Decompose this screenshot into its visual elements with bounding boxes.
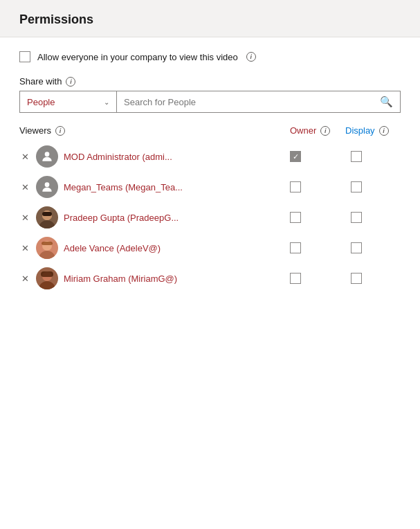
display-checkbox-cell <box>345 181 401 192</box>
search-box: 🔍 <box>117 91 400 112</box>
owner-checkbox[interactable] <box>290 273 301 284</box>
chevron-down-icon: ⌄ <box>104 98 109 106</box>
svg-rect-5 <box>42 212 52 216</box>
search-icon: 🔍 <box>380 96 393 108</box>
svg-point-1 <box>45 182 50 187</box>
display-column-header: Display i <box>345 125 401 136</box>
owner-checkbox-cell <box>284 273 340 284</box>
remove-button[interactable]: ✕ <box>19 273 30 284</box>
share-controls: People ⌄ 🔍 <box>19 91 401 113</box>
display-checkbox[interactable] <box>351 212 362 223</box>
allow-everyone-checkbox[interactable] <box>19 51 30 62</box>
table-row: ✕ Pradeep Gupta (PradeepG... <box>19 202 401 233</box>
remove-button[interactable]: ✕ <box>19 242 30 253</box>
svg-rect-11 <box>41 271 53 277</box>
viewers-info-icon[interactable]: i <box>55 126 65 136</box>
owner-checkbox[interactable] <box>290 151 301 162</box>
viewer-name: MOD Administrator (admi... <box>64 152 279 162</box>
panel-title: Permissions <box>19 12 401 27</box>
display-checkbox-cell <box>345 273 401 284</box>
avatar <box>36 206 58 228</box>
display-checkbox-cell <box>345 242 401 253</box>
share-with-section: Share with i People ⌄ 🔍 <box>19 76 401 113</box>
share-with-label: Share with i <box>19 76 401 87</box>
panel-body: Allow everyone in your company to view t… <box>0 37 420 307</box>
table-row: ✕ Adele Vance (AdeleV@) <box>19 233 401 263</box>
display-info-icon[interactable]: i <box>379 126 389 136</box>
allow-everyone-label: Allow everyone in your company to view t… <box>37 52 238 62</box>
viewer-name: Miriam Graham (MiriamG@) <box>64 274 279 284</box>
panel-header: Permissions <box>0 0 420 37</box>
viewer-name: Megan_Teams (Megan_Tea... <box>64 182 279 192</box>
table-row: ✕ Megan_Teams (Megan_Tea... <box>19 172 401 202</box>
avatar <box>36 176 58 198</box>
owner-checkbox-cell <box>284 212 340 223</box>
display-checkbox[interactable] <box>351 151 362 162</box>
owner-checkbox[interactable] <box>290 212 301 223</box>
remove-button[interactable]: ✕ <box>19 151 30 162</box>
viewer-name: Adele Vance (AdeleV@) <box>64 243 279 253</box>
svg-point-9 <box>39 281 55 289</box>
remove-button[interactable]: ✕ <box>19 181 30 192</box>
viewers-header: Viewers i Owner i Display i <box>19 125 401 136</box>
people-dropdown-label: People <box>27 97 100 107</box>
avatar <box>36 267 58 289</box>
viewers-label: Viewers i <box>19 125 290 136</box>
avatar <box>36 237 58 259</box>
share-with-info-icon[interactable]: i <box>66 77 75 87</box>
owner-checkbox[interactable] <box>290 242 301 253</box>
avatar <box>36 145 58 168</box>
owner-column-header: Owner i <box>290 125 345 136</box>
display-checkbox[interactable] <box>351 242 362 253</box>
svg-point-2 <box>39 220 55 228</box>
svg-point-0 <box>45 152 50 156</box>
owner-checkbox[interactable] <box>290 181 301 192</box>
owner-checkbox-cell <box>284 181 340 192</box>
permissions-panel: Permissions Allow everyone in your compa… <box>0 0 420 529</box>
svg-point-6 <box>39 251 55 259</box>
owner-info-icon[interactable]: i <box>320 126 330 136</box>
viewer-name: Pradeep Gupta (PradeepG... <box>64 213 279 223</box>
viewers-section: Viewers i Owner i Display i ✕ <box>19 125 401 294</box>
display-checkbox-cell <box>345 212 401 223</box>
svg-rect-8 <box>42 242 53 245</box>
display-checkbox[interactable] <box>351 273 362 284</box>
display-checkbox-cell <box>345 151 401 162</box>
table-row: ✕ MOD Administrator (admi... <box>19 141 401 172</box>
allow-everyone-row: Allow everyone in your company to view t… <box>19 51 401 62</box>
people-dropdown[interactable]: People ⌄ <box>20 91 117 112</box>
display-checkbox[interactable] <box>351 181 362 192</box>
owner-checkbox-cell <box>284 242 340 253</box>
allow-everyone-info-icon[interactable]: i <box>246 52 256 62</box>
remove-button[interactable]: ✕ <box>19 212 30 223</box>
table-row: ✕ Miriam Graham (MiriamG@) <box>19 263 401 294</box>
search-input[interactable] <box>124 97 380 107</box>
owner-checkbox-cell <box>284 151 340 162</box>
